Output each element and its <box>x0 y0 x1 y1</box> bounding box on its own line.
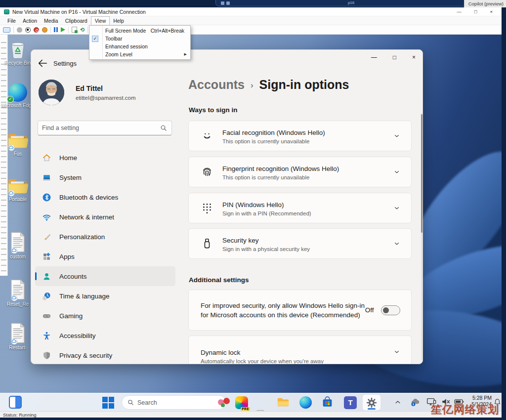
taskbar-search-box[interactable] <box>122 395 226 410</box>
windows-hello-only-toggle[interactable] <box>381 305 400 315</box>
menu-file[interactable]: File <box>4 16 19 25</box>
sidebar-item-privacy[interactable]: Privacy & security <box>35 345 175 364</box>
sidebar-item-personalization[interactable]: Personalization <box>35 227 175 247</box>
wifi-icon <box>42 212 51 222</box>
card-desc: This option is currently unavailable <box>222 138 393 144</box>
copilot-icon[interactable]: PRE <box>235 396 248 409</box>
cloud-sync-icon <box>10 294 18 301</box>
card-security-key[interactable]: Security keySign in with a physical secu… <box>188 228 412 259</box>
vmconnect-window: New Virtual Machine on P16 - Virtual Mac… <box>0 7 502 418</box>
revert-icon[interactable]: ⟲ <box>80 27 84 33</box>
ctrl-alt-del-icon[interactable] <box>3 27 10 33</box>
start-vm-icon[interactable] <box>17 27 22 33</box>
card-pin[interactable]: PIN (Windows Hello)Sign in with a PIN (R… <box>188 193 412 223</box>
copilot-pre-badge: PRE <box>241 407 250 411</box>
sidebar-item-bluetooth[interactable]: Bluetooth & devices <box>35 187 175 207</box>
scrollbar-thumb[interactable] <box>421 114 422 233</box>
vmconnect-maximize-button[interactable]: □ <box>474 9 477 14</box>
sidebar-item-time-language[interactable]: Time & language <box>35 286 175 306</box>
desktop-icon-folder-fus[interactable]: Fus <box>2 131 34 157</box>
tray-time: 5:28 PM <box>461 395 492 401</box>
resume-vm-icon[interactable] <box>61 27 65 32</box>
settings-taskbar-icon[interactable] <box>363 395 380 410</box>
sidebar-item-label: Time & language <box>59 293 110 300</box>
sidebar-item-label: Home <box>59 154 77 162</box>
breadcrumb-accounts[interactable]: Accounts <box>188 78 245 92</box>
onedrive-icon[interactable] <box>410 396 421 407</box>
chevron-down-icon[interactable] <box>393 168 400 175</box>
vmconnect-titlebar[interactable]: New Virtual Machine on P16 - Virtual Mac… <box>0 7 502 16</box>
chevron-down-icon[interactable] <box>393 205 400 211</box>
sidebar-item-home[interactable]: Home <box>35 148 175 168</box>
pause-vm-icon[interactable] <box>54 27 58 32</box>
vmconnect-minimize-button[interactable]: — <box>457 9 462 14</box>
settings-maximize-button[interactable]: □ <box>393 54 396 61</box>
desktop-icon-doc-reset[interactable]: Reset_Re <box>2 279 34 307</box>
settings-minimize-button[interactable]: — <box>371 54 377 61</box>
sidebar-item-system[interactable]: System <box>35 168 175 187</box>
settings-scrollbar[interactable] <box>421 113 422 360</box>
sidebar-item-gaming[interactable]: Gaming <box>35 306 175 326</box>
user-avatar[interactable] <box>39 80 64 105</box>
settings-window-title: Settings <box>53 60 77 67</box>
sidebar-item-label: Gaming <box>59 312 83 320</box>
sidebar-item-accessibility[interactable]: Accessibility <box>35 326 175 345</box>
breadcrumb: Accounts › Sign-in options <box>188 78 349 92</box>
desktop-icon-doc-custom[interactable]: custom <box>2 231 34 259</box>
vm-fullscreen-connection-bar[interactable]: p16 — □ <box>215 0 489 6</box>
desktop-icon-doc-restart[interactable]: Restart- <box>2 322 34 350</box>
menu-item-zoom-level[interactable]: Zoom Level ▶ <box>89 50 190 58</box>
chevron-down-icon[interactable] <box>393 240 400 247</box>
card-fingerprint-recognition[interactable]: Fingerprint recognition (Windows Hello)T… <box>188 157 412 187</box>
sidebar-item-label: System <box>59 174 82 181</box>
shut-down-vm-icon[interactable] <box>34 27 39 33</box>
sidebar-item-accounts[interactable]: Accounts <box>35 266 175 286</box>
tray-chevron-up-icon[interactable] <box>394 398 403 407</box>
menu-item-toolbar[interactable]: ✓ Toolbar <box>89 35 190 42</box>
edge-icon[interactable] <box>299 396 312 409</box>
start-button[interactable] <box>102 396 115 409</box>
search-icon <box>160 124 168 132</box>
teams-glyph: T <box>348 398 352 407</box>
widgets-icon[interactable] <box>9 396 22 409</box>
menu-media[interactable]: Media <box>41 16 62 25</box>
menu-help[interactable]: Help <box>110 16 127 25</box>
bluetooth-icon <box>42 193 51 202</box>
settings-search-input[interactable] <box>42 125 160 131</box>
card-facial-recognition[interactable]: Facial recognition (Windows Hello)This o… <box>188 121 412 151</box>
settings-search-box[interactable] <box>38 121 172 135</box>
file-explorer-icon[interactable] <box>277 396 290 409</box>
menu-clipboard[interactable]: Clipboard <box>62 16 91 25</box>
save-vm-icon[interactable] <box>42 27 47 33</box>
menu-view[interactable]: View <box>91 16 110 25</box>
desktop-icon-edge[interactable]: ✓ Microsoft Edge <box>2 83 34 108</box>
taskbar-search-input[interactable] <box>137 399 217 406</box>
settings-close-button[interactable]: × <box>412 54 416 61</box>
fingerprint-icon <box>201 166 213 178</box>
chevron-down-icon[interactable] <box>393 132 400 139</box>
person-icon <box>42 272 51 281</box>
sidebar-item-apps[interactable]: Apps <box>35 247 175 266</box>
desktop-icon-label: custom <box>10 254 26 259</box>
turn-off-vm-icon[interactable] <box>25 27 31 33</box>
menu-item-enhanced-session[interactable]: Enhanced session <box>89 42 190 50</box>
desktop-icon-folder-portable[interactable]: Portable <box>2 177 34 202</box>
menu-item-full-screen-mode[interactable]: Full Screen Mode Ctrl+Alt+Break <box>89 27 190 35</box>
sidebar-item-label: Network & internet <box>59 213 114 221</box>
back-button[interactable] <box>37 58 48 69</box>
card-dynamic-lock[interactable]: Dynamic lockAutomatically lock your devi… <box>188 336 412 364</box>
teams-icon[interactable]: T <box>344 396 357 409</box>
pin-pad-icon <box>201 202 213 214</box>
vmconnect-menubar: File Action Media Clipboard View Help <box>0 16 502 25</box>
microsoft-store-icon[interactable] <box>321 396 334 409</box>
chevron-down-icon[interactable] <box>393 348 400 355</box>
shield-icon <box>42 351 51 360</box>
desktop-icon-recycle-bin[interactable]: Recycle Bin <box>2 40 34 66</box>
card-desc: Sign in with a PIN (Recommended) <box>222 210 393 216</box>
menu-action[interactable]: Action <box>19 16 41 25</box>
checkpoint-icon[interactable] <box>72 27 77 33</box>
vmconnect-close-button[interactable]: × <box>490 9 493 14</box>
accessibility-icon <box>42 331 51 340</box>
sidebar-item-network[interactable]: Network & internet <box>35 207 175 227</box>
task-view-icon[interactable] <box>255 409 268 411</box>
